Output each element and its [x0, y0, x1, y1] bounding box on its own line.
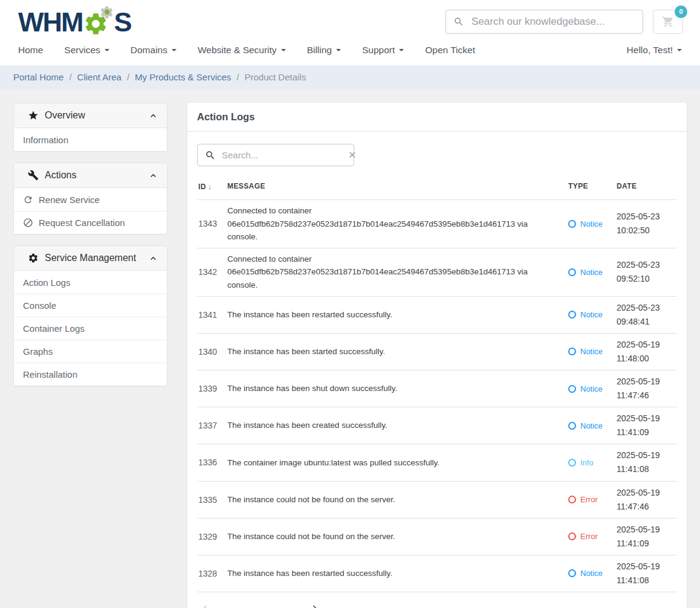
sidebar-item[interactable]: Action Logs — [14, 271, 167, 294]
nav-item[interactable]: Billing — [307, 45, 341, 56]
chevron-up-icon — [148, 253, 158, 264]
breadcrumb-item: Client Area/ — [77, 72, 135, 82]
log-date: 2025-05-23 10:02:50 — [617, 210, 677, 238]
next-page-icon[interactable] — [309, 603, 320, 608]
sidebar-item-label: Console — [23, 300, 56, 311]
breadcrumb-link[interactable]: Portal Home — [13, 72, 63, 82]
sidebar-item[interactable]: Console — [14, 294, 167, 317]
log-type-label: Notice — [580, 347, 603, 356]
log-type-badge: Info — [568, 458, 617, 467]
log-id: 1342 — [198, 267, 227, 277]
knowledgebase-search-input[interactable] — [472, 16, 635, 28]
log-time-value: 09:52:10 — [617, 272, 677, 286]
table-row: 1342 Connected to container 06e015dfb62b… — [197, 248, 677, 296]
table-row: 1337 The instance has been created succe… — [197, 407, 677, 444]
log-type-label: Notice — [580, 268, 603, 277]
sidebar-item-label: Reinstallation — [23, 369, 77, 380]
breadcrumb-item: My Products & Services/ — [135, 72, 244, 82]
log-type-badge: Notice — [568, 569, 617, 578]
sidebar-item[interactable]: Reinstallation — [14, 363, 167, 386]
nav-item[interactable]: Website & Security — [198, 45, 286, 56]
chevron-down-icon — [677, 49, 682, 51]
account-menu[interactable]: Hello, Test! — [627, 45, 682, 56]
table-search-input[interactable] — [222, 150, 342, 160]
nav-item[interactable]: Domains — [131, 45, 177, 56]
nav-item-label: Home — [18, 45, 43, 56]
table-row: 1336 The container image ubuntu:latest w… — [197, 444, 677, 480]
log-date-value: 2025-05-19 — [617, 412, 677, 425]
log-date: 2025-05-19 11:41:08 — [617, 448, 677, 476]
account-menu-label: Hello, Test! — [627, 45, 673, 56]
log-type-badge: Notice — [568, 219, 617, 228]
sidebar-item[interactable]: Graphs — [14, 340, 167, 363]
cart-count-badge: 0 — [675, 5, 687, 18]
column-header-id[interactable]: ID↓ — [198, 182, 227, 191]
nav-item[interactable]: Home — [18, 45, 43, 56]
nav-item[interactable]: Services — [64, 45, 109, 56]
service-management-panel: Service Management Action Logs Console C… — [13, 245, 167, 386]
refresh-icon — [23, 195, 33, 205]
log-type-label: Notice — [580, 421, 603, 430]
table-row: 1343 Connected to container 06e015dfb62b… — [197, 199, 677, 248]
log-date-value: 2025-05-19 — [617, 560, 677, 574]
log-date: 2025-05-19 11:47:46 — [617, 486, 677, 514]
log-time-value: 11:41:08 — [617, 462, 677, 476]
log-type-label: Error — [580, 495, 598, 504]
sidebar-item-label: Renew Service — [39, 195, 100, 205]
log-time-value: 09:48:41 — [617, 315, 677, 329]
actions-panel: Actions Renew Service Request Cancellati… — [13, 163, 167, 234]
previous-page-icon[interactable] — [199, 603, 211, 608]
breadcrumb-link[interactable]: Client Area — [77, 72, 122, 82]
log-type-label: Notice — [580, 384, 603, 393]
ban-icon — [23, 218, 33, 228]
log-id: 1335 — [198, 495, 227, 505]
sidebar-item-information[interactable]: Information — [14, 128, 167, 151]
log-type-badge: Notice — [568, 384, 617, 393]
breadcrumb-links: Portal Home/Client Area/My Products & Se… — [13, 72, 244, 82]
sidebar-item-renew-service[interactable]: Renew Service — [14, 188, 167, 211]
logo-gears — [83, 7, 113, 37]
column-header-message[interactable]: MESSAGE — [227, 182, 568, 191]
chevron-down-icon — [105, 49, 109, 51]
log-message: Connected to container 06e015dfb62b758d2… — [227, 204, 568, 244]
panel-title: Service Management — [45, 253, 136, 264]
nav-item[interactable]: Support — [362, 45, 404, 56]
cart-button[interactable]: 0 — [653, 10, 683, 34]
panel-title: Overview — [45, 110, 85, 121]
column-header-type[interactable]: TYPE — [568, 182, 617, 191]
cart-icon — [662, 16, 674, 28]
service-management-panel-header[interactable]: Service Management — [14, 246, 167, 271]
clear-search-icon[interactable]: ✕ — [348, 150, 356, 160]
log-id: 1337 — [198, 421, 227, 430]
breadcrumb: Portal Home/Client Area/My Products & Se… — [0, 65, 700, 89]
logo-text-prefix: WHM — [18, 8, 82, 36]
log-date: 2025-05-19 11:41:09 — [617, 412, 677, 439]
sort-descending-icon: ↓ — [208, 182, 212, 191]
log-message: Connected to container 06e015dfb62b758d2… — [227, 253, 568, 292]
log-message: The container image ubuntu:latest was pu… — [227, 456, 568, 470]
log-date-value: 2025-05-19 — [617, 523, 677, 537]
log-message: The instance could not be found on the s… — [227, 493, 568, 506]
column-header-date[interactable]: DATE — [617, 182, 677, 191]
gear-icon — [28, 253, 39, 264]
log-type-badge: Notice — [568, 310, 617, 319]
star-icon — [28, 110, 39, 121]
log-date: 2025-05-23 09:48:41 — [617, 301, 677, 329]
log-message: The instance has been shut down successf… — [227, 382, 568, 395]
log-id: 1343 — [198, 219, 227, 228]
chevron-up-icon — [148, 111, 158, 121]
top-header: WHM S 0 — [0, 0, 700, 39]
actions-panel-header[interactable]: Actions — [14, 163, 167, 188]
log-time-value: 10:02:50 — [617, 224, 677, 238]
sidebar-item-request-cancellation[interactable]: Request Cancellation — [14, 211, 167, 234]
breadcrumb-link[interactable]: My Products & Services — [135, 72, 231, 82]
sidebar-item[interactable]: Container Logs — [14, 317, 167, 340]
log-date-value: 2025-05-23 — [617, 258, 677, 272]
whmcs-logo[interactable]: WHM S — [18, 7, 131, 37]
nav-item[interactable]: Open Ticket — [425, 45, 475, 56]
logo-text-suffix: S — [114, 8, 131, 36]
log-message: The instance has been restarted successf… — [227, 308, 568, 322]
table-row: 1328 The instance has been restarted suc… — [197, 555, 677, 592]
overview-panel-header[interactable]: Overview — [14, 103, 167, 128]
status-circle-icon — [568, 496, 576, 503]
